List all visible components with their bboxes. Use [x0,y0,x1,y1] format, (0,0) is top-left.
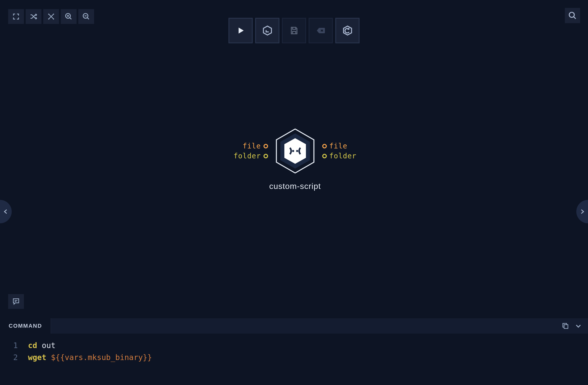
fullscreen-button[interactable] [8,9,24,24]
shuffle-icon [30,12,38,21]
zoom-in-button[interactable] [61,9,77,24]
chevron-right-icon [579,208,585,215]
node-hexagon-icon [275,129,315,173]
reload-button[interactable] [335,18,360,43]
node-inputs: file folder [233,142,268,160]
port-label: file [329,142,347,150]
port-ring-icon [322,144,327,148]
chevron-left-icon [3,208,9,215]
fit-screen-button[interactable] [43,9,59,24]
copy-button[interactable] [562,322,569,330]
port-label: folder [233,152,261,160]
svg-point-3 [292,150,294,152]
token-text [46,353,51,362]
clear-button[interactable] [309,18,333,43]
node-title: custom-script [269,182,321,191]
comment-icon [12,297,20,306]
comment-button[interactable] [8,294,24,309]
workflow-node[interactable]: file folder [224,129,366,191]
port-label: file [243,142,261,150]
hexagon-stop-icon [262,25,273,36]
fullscreen-icon [12,13,20,20]
node-outputs: file folder [322,142,357,160]
svg-rect-5 [564,325,568,328]
zoom-out-button[interactable] [78,9,94,24]
code-content: cd out [28,340,55,352]
port-ring-icon [263,144,268,148]
zoom-out-icon [82,12,90,21]
run-button[interactable] [229,18,253,43]
code-line: 2wget ${{vars.mksub_binary}} [0,352,588,364]
main-toolbar [229,18,360,43]
code-content: wget ${{vars.mksub_binary}} [28,352,152,364]
copy-icon [562,322,569,330]
command-panel: COMMAND 1cd out2wget ${{vars.mksub_binar… [0,318,588,385]
stop-button[interactable] [255,18,280,43]
panel-expand-right[interactable] [576,200,588,223]
save-button[interactable] [282,18,306,43]
token-expr: ${{vars.mksub_binary}} [51,353,152,362]
command-header: COMMAND [0,318,588,334]
command-header-actions [562,318,588,334]
port-label: folder [329,152,357,160]
reload-icon [342,25,353,36]
input-port-file[interactable]: file [243,142,268,150]
search-icon [568,11,577,20]
fit-screen-icon [47,13,55,20]
line-number: 2 [0,352,28,364]
shuffle-button[interactable] [26,9,41,24]
tab-command[interactable]: COMMAND [0,318,51,334]
token-cmd: cd [28,341,37,350]
node-body: file folder [233,129,356,173]
panel-expand-left[interactable] [0,200,12,223]
backspace-icon [315,25,326,36]
zoom-in-icon [65,12,73,21]
svg-point-4 [296,150,298,152]
canvas-mini-toolbar [8,9,94,24]
token-text: out [37,341,55,350]
code-editor[interactable]: 1cd out2wget ${{vars.mksub_binary}} [0,334,588,385]
svg-point-2 [569,12,574,17]
app-root: file folder [0,0,588,385]
line-number: 1 [0,340,28,352]
chevron-down-icon [575,322,582,329]
output-port-file[interactable]: file [322,142,347,150]
token-cmd: wget [28,353,46,362]
play-icon [236,25,246,36]
output-port-folder[interactable]: folder [322,152,357,160]
save-icon [289,26,299,35]
port-ring-icon [263,154,268,158]
port-ring-icon [322,154,327,158]
code-line: 1cd out [0,340,588,352]
search-button[interactable] [565,8,580,23]
input-port-folder[interactable]: folder [233,152,268,160]
collapse-button[interactable] [575,322,582,329]
